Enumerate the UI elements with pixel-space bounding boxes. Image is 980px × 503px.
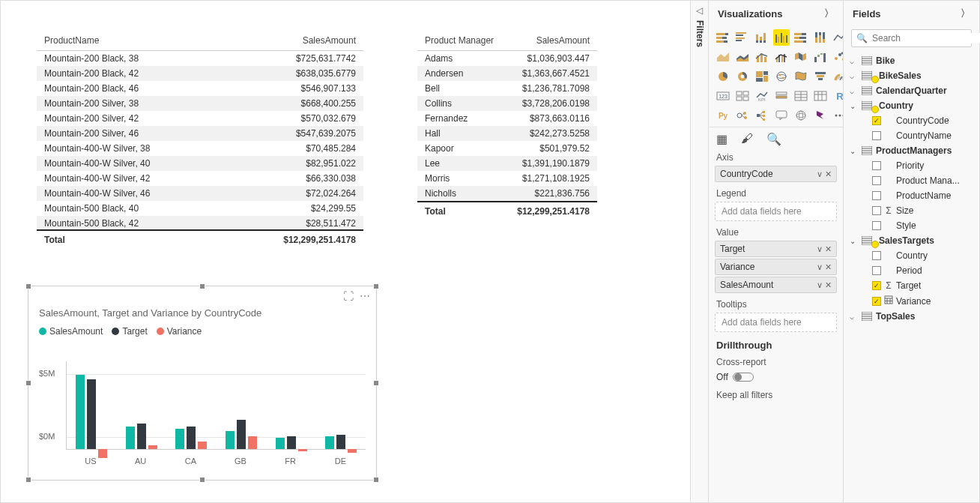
viz-type-icon[interactable] <box>832 107 843 124</box>
table-row[interactable]: Mountain-200 Black, 46$546,907.133 <box>37 81 363 96</box>
resize-handle[interactable] <box>373 477 379 483</box>
viz-type-icon[interactable] <box>715 29 731 46</box>
bar[interactable] <box>76 375 85 449</box>
cross-report-toggle[interactable] <box>733 373 754 382</box>
focus-mode-icon[interactable]: ⛶ <box>343 290 354 302</box>
bar[interactable] <box>226 431 235 449</box>
tooltips-well[interactable]: Add data fields here <box>715 313 837 332</box>
value-chip-target[interactable]: Target∨ ✕ <box>715 241 837 257</box>
col-productname[interactable]: ProductName <box>37 31 202 51</box>
remove-value-icon[interactable]: ∨ ✕ <box>817 262 832 272</box>
field-node[interactable]: ✓CountryCode <box>848 113 975 128</box>
fields-search[interactable]: 🔍 <box>851 29 972 47</box>
field-checkbox[interactable] <box>872 266 881 275</box>
table-row[interactable]: Kapoor$501,979.52 <box>417 141 597 156</box>
field-node[interactable]: ✓ΣTarget <box>848 278 975 293</box>
table-node[interactable]: ⌵BikeSales <box>848 68 975 83</box>
viz-type-icon[interactable] <box>812 68 829 85</box>
col-salesamount2[interactable]: SalesAmount <box>506 31 597 51</box>
field-node[interactable]: CountryName <box>848 128 975 143</box>
bar[interactable] <box>336 435 345 449</box>
table-node[interactable]: ⌄Country <box>848 98 975 113</box>
bar[interactable] <box>287 436 296 449</box>
table-row[interactable]: Mountain-400-W Silver, 46$72,024.264 <box>37 186 363 201</box>
viz-type-icon[interactable] <box>773 107 790 124</box>
bar[interactable] <box>298 449 307 451</box>
table-row[interactable]: Mountain-200 Silver, 42$570,032.679 <box>37 111 363 126</box>
bar[interactable] <box>148 445 157 449</box>
viz-type-icon[interactable] <box>793 107 809 124</box>
field-checkbox[interactable] <box>872 221 881 230</box>
table-row[interactable]: Mountain-500 Black, 42$28,511.472 <box>37 216 363 229</box>
resize-handle[interactable] <box>199 477 205 483</box>
product-table-visual[interactable]: ProductName SalesAmount Mountain-200 Bla… <box>37 31 363 248</box>
field-checkbox[interactable] <box>872 176 881 185</box>
bar[interactable] <box>276 438 285 449</box>
bar[interactable] <box>137 424 146 449</box>
table-row[interactable]: Mountain-200 Silver, 38$668,400.255 <box>37 96 363 111</box>
field-checkbox[interactable] <box>872 161 881 170</box>
remove-value-icon[interactable]: ∨ ✕ <box>817 244 832 254</box>
table-node[interactable]: ⌵TopSales <box>848 309 975 324</box>
viz-type-icon[interactable] <box>734 107 751 124</box>
field-node[interactable]: ΣSize <box>848 203 975 218</box>
resize-handle[interactable] <box>25 283 31 289</box>
table-row[interactable]: Mountain-500 Black, 40$24,299.55 <box>37 201 363 216</box>
field-checkbox[interactable]: ✓ <box>872 116 881 125</box>
viz-type-icon[interactable] <box>773 88 790 104</box>
collapse-fields-icon[interactable]: 〉 <box>961 7 970 20</box>
table-node[interactable]: ⌄ProductManagers <box>848 143 975 158</box>
table-node[interactable]: ⌵Bike <box>848 53 975 68</box>
viz-type-icon[interactable] <box>832 29 843 46</box>
table-row[interactable]: Hall$242,273.5258 <box>417 126 597 141</box>
viz-type-icon[interactable] <box>793 49 809 65</box>
viz-type-icon[interactable]: 123 <box>715 88 731 104</box>
viz-type-icon[interactable] <box>754 29 770 46</box>
resize-handle[interactable] <box>25 477 31 483</box>
field-node[interactable]: Period <box>848 263 975 278</box>
viz-type-icon[interactable] <box>832 49 843 65</box>
viz-type-icon[interactable] <box>812 29 829 46</box>
table-row[interactable]: Mountain-400-W Silver, 40$82,951.022 <box>37 156 363 171</box>
format-tab-icon[interactable]: 🖌 <box>741 132 753 146</box>
bar[interactable] <box>248 436 257 449</box>
col-salesamount[interactable]: SalesAmount <box>202 31 363 51</box>
table-row[interactable]: Andersen$1,363,667.4521 <box>417 66 597 81</box>
resize-handle[interactable] <box>373 283 379 289</box>
viz-type-icon[interactable] <box>773 49 790 65</box>
field-node[interactable]: Priority <box>848 158 975 173</box>
axis-chip-countrycode[interactable]: CountryCode∨ ✕ <box>715 166 837 182</box>
bar[interactable] <box>87 379 96 449</box>
fields-tab-icon[interactable]: ▦ <box>716 132 728 146</box>
table-row[interactable]: Bell$1,236,781.7098 <box>417 81 597 96</box>
clustered-column-chart[interactable]: ⛶ ⋯ SalesAmount, Target and Variance by … <box>28 286 377 481</box>
field-checkbox[interactable] <box>872 251 881 260</box>
viz-type-icon[interactable] <box>793 68 809 85</box>
viz-type-icon[interactable] <box>734 29 751 46</box>
field-node[interactable]: Country <box>848 248 975 263</box>
analytics-tab-icon[interactable]: 🔍 <box>766 132 781 146</box>
viz-type-icon[interactable]: KPI <box>754 88 770 104</box>
field-checkbox[interactable] <box>872 191 881 200</box>
field-checkbox[interactable]: ✓ <box>872 297 881 306</box>
viz-type-icon[interactable] <box>715 49 731 65</box>
table-node[interactable]: ⌄SalesTargets <box>848 233 975 248</box>
table-row[interactable]: Mountain-200 Black, 42$638,035.6779 <box>37 66 363 81</box>
field-node[interactable]: Style <box>848 218 975 233</box>
bar[interactable] <box>237 420 246 449</box>
table-row[interactable]: Mountain-400-W Silver, 42$66,330.038 <box>37 171 363 186</box>
viz-type-icon[interactable] <box>715 68 731 85</box>
bar[interactable] <box>325 436 334 449</box>
expand-filters-icon[interactable]: ◁ <box>696 5 703 16</box>
viz-type-icon[interactable] <box>734 88 751 104</box>
collapse-viz-icon[interactable]: 〉 <box>824 7 834 20</box>
viz-type-icon[interactable] <box>773 29 790 46</box>
manager-table-visual[interactable]: Product Manager SalesAmount Adams$1,036,… <box>417 31 597 219</box>
field-checkbox[interactable] <box>872 131 881 140</box>
col-manager[interactable]: Product Manager <box>417 31 506 51</box>
field-node[interactable]: ProductName <box>848 188 975 203</box>
viz-type-icon[interactable]: Py <box>715 107 731 124</box>
table-row[interactable]: Morris$1,271,108.1925 <box>417 171 597 186</box>
table-row[interactable]: Mountain-200 Black, 38$725,631.7742 <box>37 51 363 66</box>
viz-type-icon[interactable] <box>793 29 809 46</box>
